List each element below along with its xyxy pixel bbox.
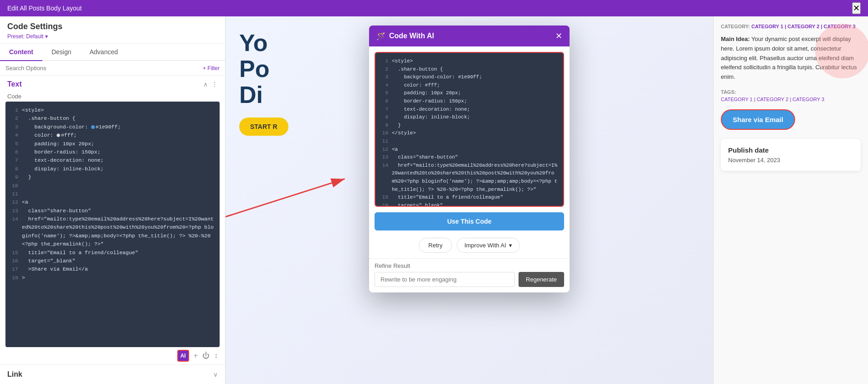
tab-design[interactable]: Design: [42, 44, 81, 61]
add-icon[interactable]: +: [194, 352, 198, 360]
modal-code-line-13: 13 class="share-button": [380, 154, 559, 162]
code-line-14: 14 href="mailto:type%20email%20address%2…: [10, 215, 215, 249]
code-line-11: 11: [10, 190, 215, 198]
improve-with-ai-button[interactable]: Improve With AI ▾: [457, 238, 520, 253]
main-layout: Code Settings Preset: Default ▾ Content …: [0, 16, 868, 384]
top-bar: Edit All Posts Body Layout ✕: [0, 0, 868, 16]
code-line-15: 15 title="Email to a friend/colleague": [10, 249, 215, 257]
right-panel-inner: CATEGORY: CATEGORY 1 | CATEGORY 2 | CATE…: [721, 24, 861, 171]
chevron-down-icon: ▾: [509, 242, 512, 249]
more-options-button[interactable]: ⋮: [211, 81, 218, 88]
section-controls: ∧ ⋮: [203, 81, 218, 88]
ai-modal: 🪄 Code With AI ✕ 1 <style> 2 .share-butt…: [369, 26, 570, 292]
section-title: Text: [7, 80, 22, 88]
refine-row: Regenerate: [375, 272, 564, 287]
link-section[interactable]: Link ∨: [0, 364, 225, 384]
preset-label[interactable]: Preset: Default ▾: [7, 33, 218, 40]
ai-button[interactable]: AI: [177, 350, 189, 362]
modal-code-line-16: 16 target="_blank": [380, 202, 559, 207]
modal-code-line-10: 10 </style>: [380, 129, 559, 138]
chevron-down-icon: ∨: [213, 371, 218, 378]
publish-card: Publish date November 14, 2023: [721, 139, 861, 171]
code-line-3: 3 background-color: #1e90ff;: [10, 123, 215, 131]
code-line-9: 9 }: [10, 173, 215, 181]
power-icon[interactable]: ⏻: [202, 352, 210, 360]
retry-button[interactable]: Retry: [419, 238, 452, 253]
tab-content[interactable]: Content: [0, 44, 42, 61]
code-line-4: 4 color: #fff;: [10, 131, 215, 139]
right-panel: CATEGORY: CATEGORY 1 | CATEGORY 2 | CATE…: [713, 16, 868, 384]
modal-code-line-14: 14 href="mailto:type%20email%20address%2…: [380, 162, 559, 194]
left-panel: Code Settings Preset: Default ▾ Content …: [0, 16, 226, 384]
modal-code-line-11: 11: [380, 138, 559, 146]
text-section-header: Text ∧ ⋮: [0, 76, 225, 91]
center-area: Yo Po Di START R 🪄: [226, 16, 713, 384]
code-settings-header: Code Settings Preset: Default ▾: [0, 16, 225, 44]
refine-section: Refine Result Regenerate: [369, 258, 570, 292]
use-this-code-button[interactable]: Use This Code: [375, 212, 564, 230]
code-line-18: 18 >: [10, 274, 215, 282]
modal-code-line-3: 3 background-color: #1e90ff;: [380, 73, 559, 82]
code-line-8: 8 display: inline-block;: [10, 165, 215, 173]
modal-code-line-15: 15 title="Email to a friend/colleague": [380, 194, 559, 202]
modal-code-area: 1 <style> 2 .share-button { 3 background…: [375, 52, 564, 207]
modal-code-line-7: 7 text-decoration: none;: [380, 106, 559, 114]
refine-label: Refine Result: [375, 262, 564, 269]
code-line-13: 13 class="share-button": [10, 207, 215, 215]
decorative-shape: [815, 24, 868, 78]
ai-modal-close-button[interactable]: ✕: [555, 31, 562, 41]
publish-date: November 14, 2023: [728, 157, 853, 164]
tab-advanced[interactable]: Advanced: [80, 44, 127, 61]
modal-overlay: 🪄 Code With AI ✕ 1 <style> 2 .share-butt…: [226, 16, 713, 384]
share-via-email-button[interactable]: Share via Email: [721, 109, 795, 130]
modal-code-line-9: 9 }: [380, 122, 559, 130]
modal-action-row: Retry Improve With AI ▾: [369, 236, 570, 258]
code-line-16: 16 target="_blank": [10, 257, 215, 265]
modal-code-line-6: 6 border-radius: 150px;: [380, 97, 559, 106]
modal-code-line-2: 2 .share-button {: [380, 66, 559, 74]
regenerate-button[interactable]: Regenerate: [519, 272, 564, 287]
code-line-7: 7 text-decoration: none;: [10, 156, 215, 164]
modal-code-line-1: 1 <style>: [380, 57, 559, 66]
code-editor[interactable]: 1 <style> 2 .share-button { 3 background…: [5, 102, 220, 347]
code-line-12: 12 <a: [10, 198, 215, 206]
tags-section: TAGS: CATEGORY 1 | CATEGORY 2 | CATEGORY…: [721, 87, 861, 102]
code-line-17: 17 >Share via Email</a: [10, 265, 215, 273]
code-label: Code: [0, 91, 225, 102]
code-line-10: 10: [10, 182, 215, 190]
main-idea-label: Main Idea:: [721, 36, 750, 42]
ai-modal-title: 🪄 Code With AI: [376, 32, 434, 41]
search-bar: + Filter: [0, 61, 225, 76]
link-section-title: Link: [7, 370, 22, 379]
code-line-5: 5 padding: 10px 20px;: [10, 140, 215, 148]
code-line-1: 1 <style>: [10, 106, 215, 114]
tabs-bar: Content Design Advanced: [0, 44, 225, 61]
top-bar-title: Edit All Posts Body Layout: [7, 5, 82, 12]
close-button[interactable]: ✕: [852, 2, 861, 14]
code-line-2: 2 .share-button {: [10, 114, 215, 123]
code-settings-title: Code Settings: [7, 22, 218, 31]
collapse-button[interactable]: ∧: [203, 81, 208, 88]
modal-code-line-8: 8 display: inline-block;: [380, 113, 559, 122]
filter-button[interactable]: + Filter: [203, 65, 220, 72]
tags-text: CATEGORY 1 | CATEGORY 2 | CATEGORY 3: [721, 97, 861, 102]
modal-code-line-5: 5 padding: 10px 20px;: [380, 89, 559, 97]
code-line-6: 6 border-radius: 150px;: [10, 148, 215, 156]
modal-code-line-12: 12 <a: [380, 146, 559, 154]
publish-card-title: Publish date: [728, 146, 853, 154]
refine-input[interactable]: [375, 272, 515, 287]
modal-code-line-4: 4 color: #fff;: [380, 82, 559, 90]
sort-icon[interactable]: ↕: [214, 352, 218, 360]
code-editor-toolbar: AI + ⏻ ↕: [0, 347, 225, 364]
search-input[interactable]: [5, 65, 199, 72]
tags-label: TAGS:: [721, 89, 736, 95]
ai-modal-header: 🪄 Code With AI ✕: [369, 26, 570, 46]
wand-icon: 🪄: [376, 32, 385, 41]
